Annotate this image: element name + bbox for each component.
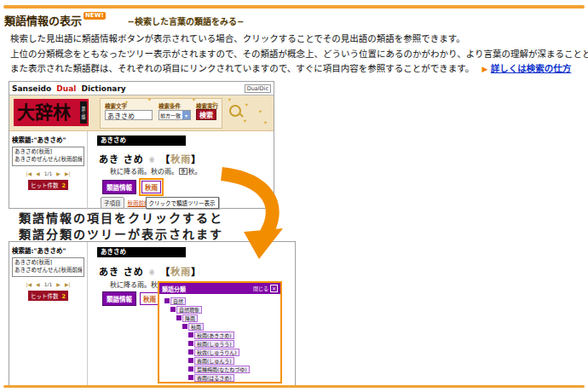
- results-list: あきさめ[秋雨]あきさめぜんせん[秋雨前線]: [12, 147, 84, 166]
- close-label[interactable]: 閉じる: [253, 285, 268, 292]
- intro-line-3: また表示された類語群は、それぞれの項目にリンクされていますので、すぐに項目内容を…: [10, 61, 588, 78]
- entry-tab: あきさめ: [97, 247, 186, 257]
- play-bullet-icon: ▶: [482, 65, 488, 73]
- tree-bullet-icon: [188, 375, 193, 380]
- sparkle-ornament-icon: [147, 97, 152, 102]
- tree-node[interactable]: 秋雨(しゅうう): [188, 340, 279, 347]
- dictionary-body: 検索語:"あきさめ" あきさめ[秋雨]あきさめぜんせん[秋雨前線] |◀ ◀ 1…: [9, 242, 295, 385]
- pager-first-button[interactable]: |◀: [26, 281, 32, 287]
- result-item[interactable]: あきさめ[秋雨]: [14, 148, 82, 156]
- search-howto-link[interactable]: 詳しくは検索の仕方: [491, 63, 572, 73]
- pager-page-indicator: 1/1: [44, 281, 53, 287]
- pager-prev-button[interactable]: ◀: [36, 170, 40, 176]
- pager-last-button[interactable]: ▶|: [65, 281, 71, 287]
- tree-bullet-icon: [164, 298, 170, 303]
- tree-node[interactable]: 降雨: [176, 314, 279, 321]
- pager-prev-button[interactable]: ◀: [36, 281, 40, 287]
- tree-node[interactable]: 春雨(はるさめ): [188, 374, 279, 381]
- tree-node-label[interactable]: 自然現象: [176, 306, 202, 314]
- app-titlebar: Sanseido Dual Dictionary DualDic: [9, 82, 274, 95]
- tree-node-label[interactable]: 春雨(はるさめ): [194, 374, 234, 382]
- thesaurus-info-button[interactable]: 類語情報: [102, 180, 136, 194]
- tree-node-label[interactable]: 秋雨(あきさめ): [194, 331, 234, 339]
- tree-node-label[interactable]: 秋雨: [188, 323, 204, 331]
- chevron-down-icon: ▾: [182, 111, 190, 119]
- headword-kana: あき さめ: [99, 154, 144, 165]
- tree-node[interactable]: 秋雨: [182, 323, 279, 330]
- pager-first-button[interactable]: |◀: [26, 170, 32, 176]
- page-title: 類語情報の表示: [4, 12, 82, 28]
- tree-bullet-icon: [188, 341, 193, 346]
- page-subtitle: −検索した言葉の類語をみる−: [128, 14, 245, 27]
- daijirin-logo: 大辞林 第三版: [14, 99, 89, 126]
- result-item[interactable]: あきさめぜんせん[秋雨前線]: [14, 156, 82, 164]
- results-sidebar: 検索語:"あきさめ" あきさめ[秋雨]あきさめぜんせん[秋雨前線] |◀ ◀ 1…: [9, 131, 88, 210]
- highlight-box: 秋雨: [139, 178, 164, 196]
- hit-count-badge: ヒット件数 2: [28, 291, 68, 301]
- tree-bullet-icon: [188, 332, 193, 337]
- dictionary-header: 大辞林 第三版 検索文字 検索条件 前方一致 ▾ 検索実行 検索: [9, 95, 274, 131]
- thesaurus-tree: 自然自然現象降雨秋雨秋雨(あきさめ)秋雨(しゅうう)秋霖(しゅうりん)春雨(しゅ…: [159, 294, 280, 381]
- search-condition-select[interactable]: 前方一致 ▾: [159, 110, 191, 120]
- thesaurus-info-button[interactable]: 類語情報: [102, 291, 136, 306]
- tree-bullet-icon: [182, 324, 187, 329]
- popup-title: 類語分類: [162, 285, 186, 293]
- hit-count-label: ヒット件数: [31, 182, 59, 189]
- search-button[interactable]: 検索: [196, 109, 216, 120]
- tree-node[interactable]: 秋雨(あきさめ): [188, 331, 279, 338]
- tree-node-label[interactable]: 秋雨(しゅうう): [194, 340, 234, 348]
- sparkle-ornament-icon: [212, 101, 216, 106]
- entry-tab: あきさめ: [97, 135, 186, 146]
- pager-next-button[interactable]: ▶: [56, 281, 61, 287]
- bracket-close: 】: [191, 267, 201, 278]
- tree-node-label[interactable]: 自然: [170, 297, 186, 305]
- tree-node-label[interactable]: 秋霖(しゅうりん): [194, 349, 239, 356]
- headword-kana: あき さめ: [99, 267, 144, 278]
- result-item[interactable]: あきさめぜんせん[秋雨前線]: [14, 267, 82, 274]
- new-badge: NEW!: [84, 12, 106, 20]
- subitem-button[interactable]: 子項目: [101, 197, 124, 209]
- tree-node[interactable]: 秋霖(しゅうりん): [188, 349, 279, 355]
- accent-mark-icon: ※: [149, 157, 156, 164]
- synonym-word-button[interactable]: 秋雨: [141, 181, 161, 193]
- sparkle-ornament-icon: [263, 120, 268, 125]
- intro-paragraph: 検索した見出語に類語情報ボタンが表示されている場合、クリックすることでその見出語…: [10, 32, 588, 78]
- tree-node[interactable]: 春雨(しゅんう): [188, 357, 279, 364]
- pager: |◀ ◀ 1/1 ▶ ▶|: [12, 281, 84, 287]
- sparkle-ornament-icon: [192, 97, 196, 102]
- tree-node[interactable]: 菜種梅雨(なたねづゆ): [188, 366, 279, 372]
- bracket-open: 【: [160, 267, 170, 278]
- popup-close-button[interactable]: 閉じる ✕: [253, 285, 278, 292]
- search-input[interactable]: [105, 110, 153, 120]
- sparkle-ornament-icon: [170, 101, 174, 107]
- pager-next-button[interactable]: ▶: [56, 170, 61, 176]
- help-page: 類語情報の表示 NEW! −検索した言葉の類語をみる− 検索した見出語に類語情報…: [0, 0, 588, 392]
- season-mark: 季: [179, 168, 187, 175]
- popup-titlebar: 類語分類 閉じる ✕: [159, 283, 280, 294]
- search-magnifier-icon[interactable]: [229, 105, 241, 117]
- results-list: あきさめ[秋雨]あきさめぜんせん[秋雨前線]: [12, 257, 84, 277]
- synonym-word-button[interactable]: 秋雨: [140, 292, 159, 305]
- tree-node[interactable]: 自然: [164, 297, 279, 304]
- tree-node-label[interactable]: 菜種梅雨(なたねづゆ): [194, 366, 250, 373]
- bracket-open: 【: [160, 154, 170, 165]
- tree-node-label[interactable]: 降雨: [182, 314, 198, 322]
- intro-line-3-text: また表示された類語群は、それぞれの項目にリンクされていますので、すぐに項目内容を…: [10, 63, 474, 73]
- tree-node[interactable]: 自然現象: [170, 306, 279, 313]
- tree-node-label[interactable]: 春雨(しゅんう): [194, 357, 234, 365]
- daijirin-logo-text: 大辞林: [17, 104, 71, 122]
- app-title-part2: Dual: [56, 84, 76, 93]
- close-icon[interactable]: ✕: [270, 285, 278, 292]
- edition-badge: 第三版: [80, 101, 87, 124]
- pager-last-button[interactable]: ▶|: [65, 170, 71, 176]
- search-form: 検索文字 検索条件 前方一致 ▾ 検索実行 検索: [100, 98, 222, 129]
- bottom-divider: [3, 385, 585, 388]
- page-header: 類語情報の表示 NEW! −検索した言葉の類語をみる−: [4, 12, 244, 28]
- result-item[interactable]: あきさめ[秋雨]: [14, 259, 82, 267]
- sparkle-ornament-icon: [124, 100, 129, 105]
- bracket-close: 】: [191, 154, 201, 165]
- hit-count-value: 2: [62, 182, 66, 189]
- sparkle-ornament-icon: [243, 118, 247, 124]
- pager: |◀ ◀ 1/1 ▶ ▶|: [12, 170, 84, 176]
- entry-headword: あき さめ ※ 【秋雨】: [99, 264, 201, 278]
